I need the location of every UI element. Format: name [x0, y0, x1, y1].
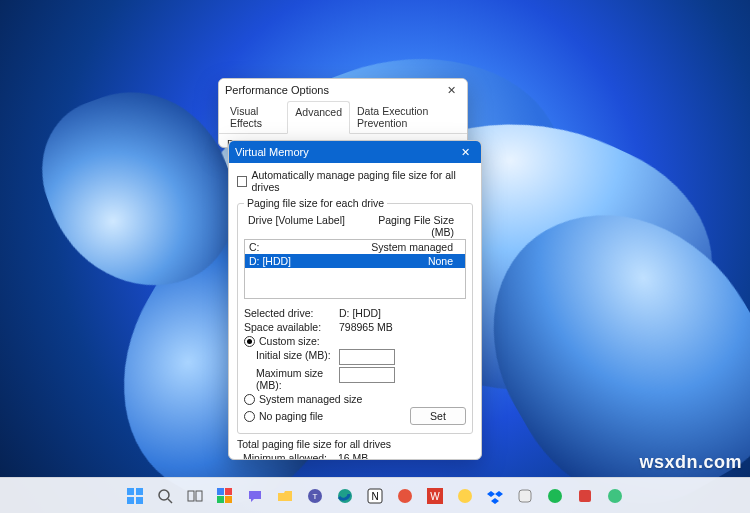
watermark-text: wsxdn.com: [639, 452, 742, 473]
svg-rect-21: [519, 490, 531, 502]
svg-point-17: [398, 489, 412, 503]
tab-visual-effects[interactable]: Visual Effects: [223, 101, 287, 133]
svg-rect-3: [136, 497, 143, 504]
svg-point-22: [548, 489, 562, 503]
system-managed-radio[interactable]: [244, 394, 255, 405]
size-header: Paging File Size (MB): [360, 214, 462, 238]
tab-advanced[interactable]: Advanced: [287, 101, 350, 134]
auto-manage-label: Automatically manage paging file size fo…: [251, 169, 473, 193]
space-available-label: Space available:: [244, 321, 339, 333]
svg-rect-9: [225, 488, 232, 495]
notion-icon[interactable]: N: [365, 486, 385, 506]
performance-options-window: Performance Options ✕ Visual Effects Adv…: [218, 78, 468, 148]
edge-icon[interactable]: [335, 486, 355, 506]
svg-text:W: W: [430, 491, 440, 502]
drive-row-c[interactable]: C: System managed: [245, 240, 465, 254]
space-available-value: 798965 MB: [339, 321, 393, 333]
tab-dep[interactable]: Data Execution Prevention: [350, 101, 463, 133]
explorer-icon[interactable]: [275, 486, 295, 506]
norton-icon[interactable]: [455, 486, 475, 506]
window-title: Virtual Memory: [235, 146, 309, 158]
totals-label: Total paging file size for all drives: [237, 438, 473, 450]
svg-point-4: [159, 490, 169, 500]
wirecutter-icon[interactable]: W: [425, 486, 445, 506]
task-view-icon[interactable]: [185, 486, 205, 506]
close-icon[interactable]: ✕: [455, 146, 475, 159]
svg-rect-11: [225, 496, 232, 503]
svg-line-5: [168, 499, 172, 503]
svg-rect-10: [217, 496, 224, 503]
minimum-allowed-label: Minimum allowed:: [243, 452, 338, 460]
chat-icon[interactable]: [245, 486, 265, 506]
widgets-icon[interactable]: [215, 486, 235, 506]
chat-app-icon[interactable]: [605, 486, 625, 506]
custom-size-radio[interactable]: [244, 336, 255, 347]
svg-point-20: [458, 489, 472, 503]
dropbox-icon[interactable]: [485, 486, 505, 506]
svg-rect-1: [136, 488, 143, 495]
selected-drive-label: Selected drive:: [244, 307, 339, 319]
search-icon[interactable]: [155, 486, 175, 506]
paging-file-group: Paging file size for each drive Drive [V…: [237, 197, 473, 434]
drive-header: Drive [Volume Label]: [248, 214, 360, 238]
svg-text:T: T: [313, 492, 318, 501]
app-icon-generic[interactable]: [515, 486, 535, 506]
paging-file-group-label: Paging file size for each drive: [244, 197, 387, 209]
teams-icon[interactable]: T: [305, 486, 325, 506]
svg-rect-0: [127, 488, 134, 495]
close-icon[interactable]: ✕: [441, 84, 461, 97]
virtual-memory-window: Virtual Memory ✕ Automatically manage pa…: [228, 140, 482, 460]
svg-rect-6: [188, 491, 194, 501]
no-paging-radio[interactable]: [244, 411, 255, 422]
svg-rect-7: [196, 491, 202, 501]
reader-icon[interactable]: [575, 486, 595, 506]
virtual-memory-titlebar[interactable]: Virtual Memory ✕: [229, 141, 481, 163]
no-paging-label: No paging file: [259, 410, 323, 422]
drive-row-d[interactable]: D: [HDD] None: [245, 254, 465, 268]
drive-list[interactable]: C: System managed D: [HDD] None: [244, 239, 466, 299]
spotify-icon[interactable]: [545, 486, 565, 506]
svg-rect-2: [127, 497, 134, 504]
svg-rect-23: [579, 490, 591, 502]
svg-point-24: [608, 489, 622, 503]
performance-options-tabs: Visual Effects Advanced Data Execution P…: [219, 101, 467, 134]
svg-rect-8: [217, 488, 224, 495]
performance-options-titlebar[interactable]: Performance Options ✕: [219, 79, 467, 101]
svg-text:N: N: [371, 491, 378, 502]
custom-size-label: Custom size:: [259, 335, 320, 347]
maximum-size-input[interactable]: [339, 367, 395, 383]
selected-drive-value: D: [HDD]: [339, 307, 381, 319]
system-managed-label: System managed size: [259, 393, 362, 405]
taskbar: T N W: [0, 477, 750, 513]
set-button[interactable]: Set: [410, 407, 466, 425]
auto-manage-checkbox[interactable]: [237, 176, 247, 187]
initial-size-label: Initial size (MB):: [244, 349, 339, 365]
window-title: Performance Options: [225, 84, 329, 96]
start-icon[interactable]: [125, 486, 145, 506]
minimum-allowed-value: 16 MB: [338, 452, 368, 460]
maximum-size-label: Maximum size (MB):: [244, 367, 339, 391]
app-icon-red[interactable]: [395, 486, 415, 506]
initial-size-input[interactable]: [339, 349, 395, 365]
